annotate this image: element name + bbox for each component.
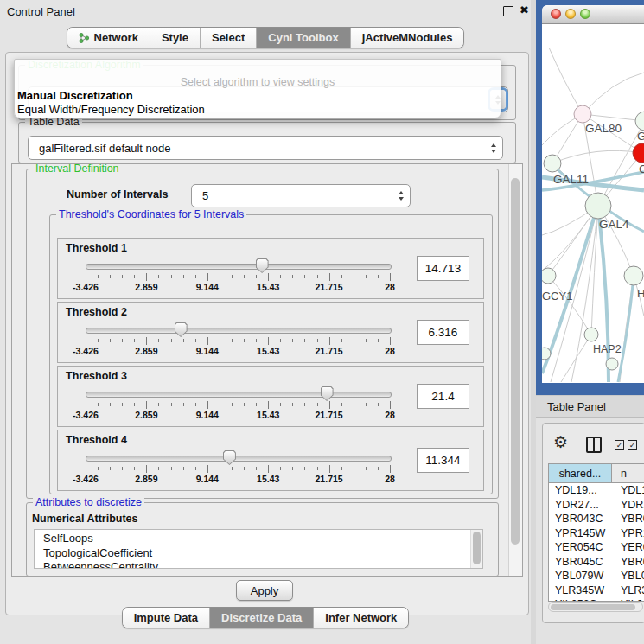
horizontal-scrollbar[interactable] [548,602,643,612]
tab-network[interactable]: Network [67,28,150,48]
vertical-scrollbar[interactable] [508,164,522,576]
threshold-value-field[interactable]: 21.4 [417,384,469,409]
tick-mark [354,467,354,470]
float-window-icon[interactable] [503,6,513,16]
cell-name: YBR0 [612,512,644,526]
arrow-down-icon [491,150,496,153]
number-of-intervals-combobox[interactable]: 5 [191,184,411,207]
table-row[interactable]: YLR345WYLR3 [549,583,644,598]
cell-name: YDL1 [612,483,644,498]
numerical-attributes-list[interactable]: SelfLoopsTopologicalCoefficientBetweenne… [34,529,483,569]
tick-mark [341,467,342,470]
network-node[interactable] [584,328,598,341]
close-traffic-light-icon[interactable] [551,9,561,19]
columns-icon[interactable] [586,437,602,453]
column-header-name[interactable]: n [612,464,644,482]
threshold-value-field[interactable]: 11.344 [417,448,469,473]
network-node[interactable] [585,193,611,219]
tab-style[interactable]: Style [150,28,200,48]
network-node[interactable] [542,268,556,284]
network-node[interactable] [635,112,644,131]
tab-jactivemnodules[interactable]: jActiveMNodules [350,28,464,48]
tab-impute-data[interactable]: Impute Data [123,608,209,628]
tick-mark [329,273,330,281]
column-header-shared-name[interactable]: shared... [549,464,612,482]
attribute-item[interactable]: TopologicalCoefficient [43,546,482,561]
tab-discretize-data[interactable]: Discretize Data [209,608,313,628]
slider-thumb[interactable] [223,450,236,465]
tick-mark [207,465,208,473]
scrollbar-thumb[interactable] [473,532,481,564]
network-icon [79,32,90,44]
gear-icon[interactable]: ⚙ [553,432,568,451]
scrollbar-thumb[interactable] [551,604,635,610]
list-scrollbar[interactable] [470,530,482,568]
apply-button[interactable]: Apply [236,580,293,601]
tick-mark [341,339,342,342]
table-row[interactable]: YBR043CYBR0 [549,512,644,526]
table-body: YDL19...YDL1YDR27...YDR2YBR043CYBR0YPR14… [549,483,644,601]
network-node[interactable] [574,105,591,123]
threshold-value-field[interactable]: 14.713 [417,256,469,281]
network-node[interactable] [606,358,618,370]
cell-name: YBL0 [612,569,644,583]
slider-thumb[interactable] [321,386,334,401]
table-row[interactable]: YDR27...YDR2 [549,498,644,513]
network-node[interactable] [633,143,644,163]
slider-track[interactable] [86,456,392,462]
table-row[interactable]: YPR145WYPR1 [549,526,644,541]
table-row[interactable]: YBL079WYBL0 [549,569,644,583]
network-node[interactable] [544,155,561,172]
tick-mark [317,403,318,406]
slider-track[interactable] [86,328,392,334]
threshold-label: Threshold 3 [66,370,127,382]
network-window-titlebar[interactable] [542,5,644,24]
scale-label: 15.43 [257,474,279,484]
tick-mark [86,401,86,409]
attribute-item[interactable]: BetweennessCentrality [43,560,482,569]
minimize-traffic-light-icon[interactable] [565,9,576,19]
network-node[interactable] [542,348,551,360]
attribute-item[interactable]: SelfLoops [43,532,482,546]
table-data-combobox[interactable]: galFiltered.sif default node [28,136,503,160]
tick-mark [378,275,379,278]
popup-option-manual[interactable]: Manual Discretization [15,89,501,102]
network-canvas[interactable]: GAL80GACGAL11GAL4GCY1HHAP2 [542,24,644,383]
scrollbar-thumb[interactable] [511,178,520,545]
scale-label: 2.859 [135,282,157,292]
combobox-stepper[interactable] [392,191,410,201]
threshold-panel-3: Threshold 3-3.4262.8599.14415.4321.71528… [57,366,484,427]
tab-label: Style [162,31,188,44]
tick-mark [292,403,293,406]
network-node[interactable] [624,266,643,285]
slider-track[interactable] [86,392,392,398]
cell-shared-name: YLR345W [549,583,612,598]
slider-track[interactable] [86,264,392,270]
table-row[interactable]: YBR045CYBR0 [549,555,644,570]
table-row[interactable]: YER054CYER0 [549,540,644,555]
tab-cyni-toolbox[interactable]: Cyni Toolbox [256,28,349,48]
tab-infer-network[interactable]: Infer Network [313,608,408,628]
checkbox-icon[interactable]: ✓ [628,440,637,450]
tab-select[interactable]: Select [200,28,256,48]
popup-option-equal-width[interactable]: Equal Width/Frequency Discretization [15,103,501,116]
tick-mark [232,339,233,342]
checkbox-icon[interactable]: ✓ [615,440,624,450]
tick-mark [341,275,342,278]
tab-label: Infer Network [325,611,397,624]
tick-mark [183,467,184,470]
combobox-stepper[interactable] [485,143,502,153]
slider-thumb[interactable] [256,258,269,273]
threshold-value-field[interactable]: 6.316 [417,320,469,345]
cell-shared-name: YPR145W [549,526,612,541]
close-icon[interactable]: ✖ [520,3,529,16]
slider-thumb[interactable] [175,322,188,337]
table-row[interactable]: YDL19...YDL1 [549,483,644,498]
algorithm-dropdown-popup: Select algorithm to view settings Manual… [14,59,501,118]
scale-label: 21.715 [316,346,343,356]
scale-label: 9.144 [196,474,219,484]
table-row[interactable]: YIL052CYIL0 [549,597,644,601]
zoom-traffic-light-icon[interactable] [580,9,590,19]
tick-mark [134,275,135,278]
cell-shared-name: YBR043C [549,512,612,526]
